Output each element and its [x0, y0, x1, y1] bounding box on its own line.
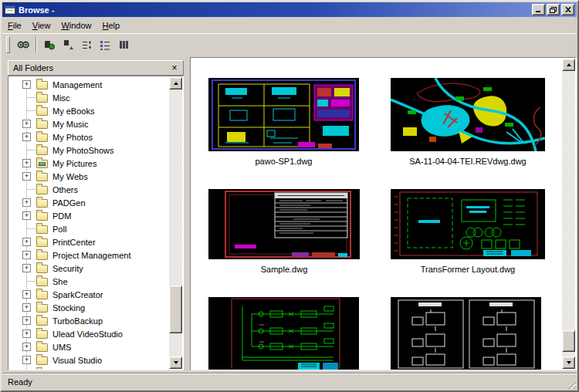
tree-item-my-music[interactable]: +My Music	[9, 117, 168, 130]
expander-icon[interactable]: +	[22, 264, 31, 272]
tree-item-poll[interactable]: Poll	[9, 222, 168, 235]
tree-panel-title: All Folders	[13, 63, 168, 73]
tree-item-management[interactable]: +Management	[9, 78, 168, 91]
menu-window[interactable]: Window	[56, 19, 96, 32]
title-bar[interactable]: Browse -	[2, 2, 577, 17]
expander-icon[interactable]: +	[22, 343, 31, 351]
menu-help[interactable]: Help	[97, 19, 126, 32]
tree-item-label: My PhotoShows	[52, 146, 113, 155]
tree-item-label: PDM	[52, 211, 71, 221]
tree-item-label: Visual Studio Projects	[52, 369, 135, 370]
tree-scroll-down-button[interactable]	[169, 357, 182, 369]
tree-item-stocking[interactable]: +Stocking	[9, 301, 168, 314]
expander-icon[interactable]: +	[22, 211, 31, 220]
tree-item-visual-studio[interactable]: +Visual Studio	[9, 353, 168, 367]
thumb-scroll-up-button[interactable]	[562, 59, 575, 71]
thumbnail-sa-11-04-04[interactable]: SA-11-04-04-TEI.REVdwg.dwg	[391, 78, 545, 166]
tree-item-label: My Pictures	[52, 159, 96, 168]
tree-item-visual-studio-projects[interactable]: +Visual Studio Projects	[9, 367, 168, 369]
tree-item-sparkcreator[interactable]: +SparkCreator	[9, 288, 168, 301]
tree-item-misc[interactable]: Misc	[9, 91, 168, 104]
dwg-thumbnail-image	[391, 189, 545, 259]
close-button[interactable]	[561, 4, 574, 15]
large-thumbnails-button[interactable]	[40, 36, 59, 53]
tree-scroll-up-button[interactable]	[169, 77, 182, 90]
dwg-thumbnail-image	[391, 78, 545, 151]
expander-icon[interactable]: +	[22, 290, 31, 299]
folder-icon	[36, 225, 48, 234]
tree-item-turbobackup[interactable]: +TurboBackup	[9, 314, 168, 327]
folder-icon	[36, 107, 48, 116]
expander-icon[interactable]: +	[22, 159, 31, 167]
thumbnail-sample[interactable]: Sample.dwg	[208, 189, 360, 274]
dwg-thumbnail-image	[208, 78, 359, 151]
folder-icon	[36, 238, 48, 247]
expander-icon[interactable]: +	[22, 329, 31, 338]
folder-icon	[36, 278, 48, 286]
thumbnail-scrollbar[interactable]	[562, 59, 575, 369]
tree-item-she[interactable]: She	[9, 275, 168, 288]
tree-scrollbar[interactable]	[169, 77, 182, 369]
tree-item-padgen[interactable]: +PADGen	[9, 196, 168, 209]
minimize-button[interactable]	[532, 4, 545, 15]
expander-icon[interactable]: +	[22, 133, 31, 141]
thumbnail-schematic[interactable]	[208, 297, 359, 370]
tree-item-label: My Music	[52, 120, 88, 129]
expander-icon[interactable]: +	[22, 316, 31, 325]
folder-icon	[36, 357, 48, 365]
tree-item-ulead-videostudio[interactable]: +Ulead VideoStudio	[9, 327, 168, 340]
menu-file[interactable]: File	[2, 19, 27, 32]
tree-item-printcenter[interactable]: +PrintCenter	[9, 235, 168, 248]
tree-item-security[interactable]: +Security	[9, 262, 168, 275]
restore-button[interactable]	[547, 4, 560, 15]
find-button[interactable]	[14, 36, 32, 53]
list-view-button[interactable]	[77, 36, 96, 53]
tree-item-label: TurboBackup	[52, 316, 103, 326]
expander-icon[interactable]: +	[22, 198, 31, 207]
folder-icon	[36, 304, 48, 313]
resize-grip[interactable]	[566, 379, 576, 389]
tree-item-my-ebooks[interactable]: My eBooks	[9, 104, 168, 117]
tree-item-project-management[interactable]: +Project Management	[9, 248, 168, 262]
tree-item-my-photoshows[interactable]: My PhotoShows	[9, 144, 168, 157]
expander-icon[interactable]: +	[22, 356, 31, 364]
thumbnail-label: SA-11-04-04-TEI.REVdwg.dwg	[391, 157, 545, 166]
toolbar-grip[interactable]	[6, 36, 10, 53]
expander-icon[interactable]: +	[22, 251, 31, 259]
tree-item-label: Management	[52, 80, 102, 90]
details-view-button[interactable]	[96, 36, 114, 53]
thumbnail-pawo-sp1[interactable]: pawo-SP1.dwg	[208, 78, 359, 166]
arrow-down-icon	[174, 361, 178, 364]
tree-item-pdm[interactable]: +PDM	[9, 209, 168, 222]
tree-panel-close-icon[interactable]: ×	[168, 63, 181, 73]
tree-item-others[interactable]: Others	[9, 183, 168, 196]
menu-view[interactable]: View	[27, 19, 56, 32]
thumb-scroll-thumb[interactable]	[562, 330, 575, 352]
folder-icon	[36, 317, 48, 326]
expander-icon[interactable]: +	[22, 80, 31, 89]
tree-item-label: Visual Studio	[52, 356, 102, 365]
tree-item-label: My Webs	[52, 172, 88, 181]
tree-item-label: UMS	[52, 343, 71, 352]
tree-scroll-thumb[interactable]	[169, 286, 182, 333]
expander-icon[interactable]: +	[22, 172, 31, 181]
columns-view-button[interactable]	[114, 36, 133, 53]
thumbnail-bw-drawing[interactable]	[391, 297, 541, 370]
small-thumbnails-button[interactable]	[59, 36, 77, 53]
thumbnail-transformer-layout[interactable]: TransFormer Layout.dwg	[391, 189, 545, 274]
expander-icon[interactable]: +	[22, 303, 31, 312]
tree-item-my-pictures[interactable]: +My Pictures	[9, 157, 168, 170]
folder-icon	[36, 265, 48, 273]
thumb-scroll-down-button[interactable]	[562, 357, 575, 369]
minimize-icon	[536, 7, 542, 12]
folder-icon	[36, 173, 48, 181]
folder-icon	[36, 252, 48, 260]
tree-item-my-webs[interactable]: +My Webs	[9, 170, 168, 183]
expander-icon[interactable]: +	[22, 238, 31, 246]
expander-icon[interactable]: +	[22, 120, 31, 128]
tree-item-ums[interactable]: +UMS	[9, 340, 168, 353]
folder-tree: +Management Misc My eBooks +My Music +My…	[8, 76, 184, 370]
tree-item-my-photos[interactable]: +My Photos	[9, 130, 168, 144]
window-icon	[5, 5, 15, 15]
thumbnail-panel: pawo-SP1.dwg SA-11-04-04-TEI.REVdwg.dwg	[190, 57, 577, 370]
